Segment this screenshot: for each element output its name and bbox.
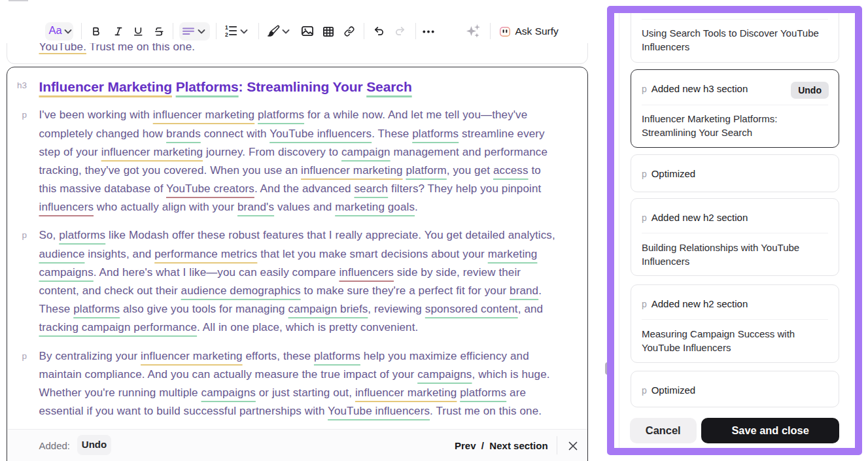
svg-text:1: 1: [225, 26, 228, 31]
svg-text:2: 2: [225, 31, 228, 37]
